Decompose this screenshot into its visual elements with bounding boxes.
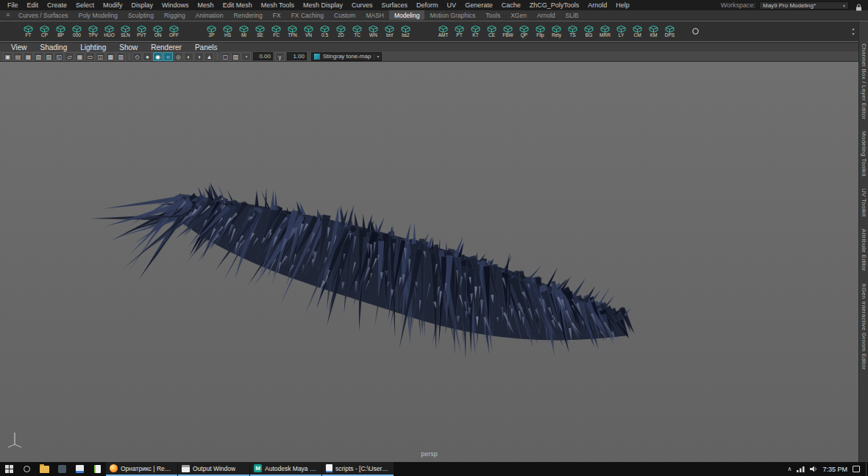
clock[interactable]: 7:35 PM bbox=[822, 466, 847, 473]
panel-menu-item[interactable]: Panels bbox=[190, 43, 223, 51]
menu-item[interactable]: ZhCG_PolyTools bbox=[525, 1, 584, 9]
shelf-button[interactable]: AMT bbox=[435, 22, 451, 40]
menu-item[interactable]: Curves bbox=[347, 1, 377, 9]
shelf-button[interactable]: TFN bbox=[285, 22, 300, 40]
sidebar-panel-tab[interactable]: Channel Box / Layer Editor bbox=[861, 43, 867, 119]
network-icon[interactable] bbox=[797, 466, 805, 472]
shelf-button[interactable]: FC bbox=[268, 22, 284, 40]
workspace-dropdown[interactable]: May9 Pro Modeling* ▾ bbox=[759, 1, 849, 10]
shelf-button[interactable]: ON bbox=[150, 22, 166, 40]
menu-item[interactable]: Display bbox=[127, 1, 158, 9]
field-chart-icon[interactable]: ▥ bbox=[116, 52, 126, 61]
shelf-button[interactable]: TC bbox=[349, 22, 365, 40]
shaded-icon[interactable]: ● bbox=[143, 52, 152, 61]
lighting-icon[interactable]: ◎ bbox=[174, 52, 183, 61]
sidebar-panel-tab[interactable]: XGen Interactive Groom Editor bbox=[861, 283, 867, 370]
screen-space-ao-icon[interactable]: ◑ bbox=[194, 52, 204, 61]
tonemap-dropdown[interactable]: Stingray tone-map ▾ bbox=[311, 52, 382, 61]
xray-icon[interactable]: ▨ bbox=[231, 52, 241, 61]
shelf-button[interactable]: HS bbox=[220, 22, 235, 40]
shelf-tab[interactable]: Animation bbox=[191, 10, 229, 20]
bookmark-icon[interactable]: ▧ bbox=[34, 52, 43, 61]
file-explorer-button[interactable] bbox=[35, 462, 53, 476]
shelf-tab[interactable]: MASH bbox=[360, 10, 389, 20]
shelf-tab[interactable]: Motion Graphics bbox=[424, 10, 480, 20]
pinned-app-button-1[interactable] bbox=[53, 462, 71, 476]
shelf-tab[interactable]: Arnold bbox=[532, 10, 561, 20]
shelf-button[interactable]: MRR bbox=[597, 22, 613, 40]
shelf-button[interactable]: FBW bbox=[500, 22, 516, 40]
menu-item[interactable]: Select bbox=[71, 1, 99, 9]
shelf-tab[interactable]: FX Caching bbox=[286, 10, 329, 20]
gamma-field[interactable]: 1.00 bbox=[287, 52, 307, 60]
shelf-tab[interactable]: Modeling bbox=[389, 10, 425, 20]
panel-menu-item[interactable]: Shading bbox=[35, 43, 73, 51]
shelf-menu-icon[interactable]: ≡ bbox=[3, 10, 13, 20]
menu-item[interactable]: Arnold bbox=[583, 1, 611, 9]
shelf-button[interactable]: PT bbox=[452, 22, 467, 40]
menu-item[interactable]: Mesh Tools bbox=[257, 1, 299, 9]
menu-item[interactable]: File bbox=[3, 1, 23, 9]
menu-item[interactable]: Generate bbox=[460, 1, 497, 9]
shelf-button-extra[interactable] bbox=[688, 22, 703, 40]
pinned-app-button-2[interactable] bbox=[71, 462, 88, 476]
shelf-button[interactable]: CE bbox=[484, 22, 499, 40]
shelf-button[interactable]: SE bbox=[252, 22, 268, 40]
shelf-button[interactable]: BG bbox=[581, 22, 597, 40]
grid-icon[interactable]: ▦ bbox=[75, 52, 85, 61]
volume-icon[interactable] bbox=[810, 466, 817, 472]
resolution-gate-icon[interactable]: ◫ bbox=[96, 52, 105, 61]
shelf-button[interactable]: KM bbox=[646, 22, 661, 40]
menu-item[interactable]: Modify bbox=[99, 1, 127, 9]
panel-menu-item[interactable]: View bbox=[6, 43, 32, 51]
shelf-tab[interactable]: Rendering bbox=[229, 10, 268, 20]
shelf-button[interactable]: HUO bbox=[102, 22, 117, 40]
menu-item[interactable]: Help bbox=[611, 1, 634, 9]
select-camera-icon[interactable]: ▣ bbox=[3, 52, 13, 61]
shelf-button[interactable]: WN bbox=[366, 22, 381, 40]
tray-chevron-up-icon[interactable]: ∧ bbox=[788, 466, 792, 472]
shelf-button[interactable]: CP bbox=[37, 22, 52, 40]
shadows-icon[interactable]: ◐ bbox=[184, 52, 193, 61]
shelf-button[interactable]: DPS bbox=[662, 22, 677, 40]
shelf-tab[interactable]: Rigging bbox=[159, 10, 191, 20]
shelf-tab[interactable]: SLiB bbox=[561, 10, 584, 20]
menu-item[interactable]: Create bbox=[43, 1, 71, 9]
shelf-button[interactable]: 000 bbox=[69, 22, 85, 40]
shelf-tab[interactable]: XGen bbox=[505, 10, 532, 20]
shelf-button[interactable]: OFF bbox=[166, 22, 182, 40]
shelf-button[interactable]: CM bbox=[630, 22, 645, 40]
shelf-button[interactable]: bnf bbox=[382, 22, 397, 40]
anti-aliasing-icon[interactable]: ▲ bbox=[204, 52, 214, 61]
shelf-tab[interactable]: Custom bbox=[329, 10, 360, 20]
shelf-tab[interactable]: Curves / Surfaces bbox=[13, 10, 74, 20]
shelf-button[interactable]: MI bbox=[236, 22, 252, 40]
menu-item[interactable]: UV bbox=[443, 1, 461, 9]
shelf-button[interactable]: SLN bbox=[118, 22, 133, 40]
task-button-browser[interactable]: Орнатрикс | Render.r... bbox=[106, 462, 177, 476]
shelf-button[interactable]: Flip bbox=[533, 22, 548, 40]
shelf-button[interactable]: BP bbox=[53, 22, 68, 40]
menu-item[interactable]: Cache bbox=[497, 1, 525, 9]
menu-item[interactable]: Windows bbox=[157, 1, 193, 9]
panel-menu-item[interactable]: Lighting bbox=[75, 43, 111, 51]
sidebar-panel-tab[interactable]: Modeling Toolkit bbox=[861, 131, 867, 177]
exposure-icon[interactable]: ◔ bbox=[241, 52, 251, 61]
shelf-button[interactable]: bs2 bbox=[398, 22, 413, 40]
panel-menu-item[interactable]: Show bbox=[114, 43, 143, 51]
grease-pencil-icon[interactable]: ▱ bbox=[65, 52, 74, 61]
shelf-button[interactable]: VN bbox=[301, 22, 316, 40]
panel-menu-item[interactable]: Renderer bbox=[146, 43, 187, 51]
sidebar-panel-tab[interactable]: UV Toolkit bbox=[861, 188, 867, 217]
shelf-tab[interactable]: Poly Modeling bbox=[74, 10, 123, 20]
2d-pan-zoom-icon[interactable]: ◱ bbox=[54, 52, 64, 61]
shelf-button[interactable]: 2D bbox=[333, 22, 349, 40]
isolate-select-icon[interactable]: ▢ bbox=[221, 52, 230, 61]
menu-item[interactable]: Edit bbox=[23, 1, 43, 9]
shelf-scroll-down-icon[interactable]: ▾ bbox=[849, 32, 858, 36]
textured-icon[interactable]: ◉ bbox=[153, 52, 163, 61]
shelf-tab[interactable]: Tools bbox=[480, 10, 505, 20]
shelf-button[interactable]: TPV bbox=[85, 22, 101, 40]
wireframe-icon[interactable]: ◇ bbox=[132, 52, 142, 61]
menu-item[interactable]: Surfaces bbox=[377, 1, 413, 9]
